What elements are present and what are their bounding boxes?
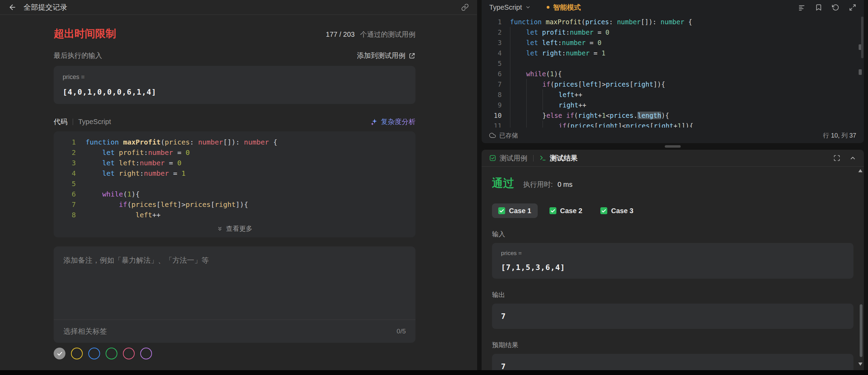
sparkle-icon [370,118,378,126]
tab-testcase[interactable]: 测试用例 [489,154,527,163]
input-param-value: [4,0,1,0,0,0,6,1,4] [63,88,406,96]
tag-select-label: 选择相关标签 [63,326,107,336]
cursor-position: 行 10, 列 37 [823,131,856,140]
terminal-icon [539,155,546,162]
code-line: 11 if(prices[right]<prices[right+1]){ [482,121,858,128]
case-3-tab[interactable]: Case 3 [594,203,640,218]
case-tabs: Case 1 Case 2 Case 3 [492,203,853,218]
code-line: 5 [54,178,415,189]
tag-color-green[interactable] [106,348,117,359]
submission-detail-page: 全部提交记录 超出时间限制 177 / 203 个通过的测试用例 最后执行的输入… [0,0,868,375]
tag-select-row[interactable]: 选择相关标签 0/5 [54,320,415,343]
last-input-row: 最后执行的输入 添加到测试用例 [54,51,415,60]
output-value: 7 [501,312,844,321]
scrollbar-up-arrow[interactable] [858,169,862,172]
editor-status-bar: 已存储 行 10, 列 37 [482,128,864,143]
complexity-analysis-label: 复杂度分析 [381,117,415,127]
result-status-row: 通过 执行用时: 0 ms [492,176,853,191]
note-input[interactable]: 添加备注，例如「暴力解法」、「方法一」等 选择相关标签 0/5 [54,246,415,343]
expected-section-label: 预期结果 [492,341,853,350]
link-icon[interactable] [461,3,469,11]
cloud-saved-icon [489,132,496,139]
status-row: 超出时间限制 177 / 203 个通过的测试用例 [54,27,415,41]
back-icon[interactable] [8,3,17,11]
tag-color-purple[interactable] [140,348,152,359]
code-editor-panel: TypeScript 智能模式 1function maxProfit(pric… [482,0,864,143]
case-2-tab[interactable]: Case 2 [543,203,589,218]
saved-status: 已存储 [499,131,518,140]
bookmark-icon[interactable] [815,4,822,11]
divider [533,155,534,162]
runtime-value: 0 ms [557,181,572,188]
double-chevron-down-icon [217,226,223,232]
results-body: 通过 执行用时: 0 ms Case 1 Case 2 Case 3 [482,167,864,370]
results-actions [833,155,856,162]
code-label: 代码 [54,117,68,127]
smart-mode-indicator[interactable]: 智能模式 [547,3,581,12]
input-section-label: 输入 [492,230,853,239]
case-1-tab[interactable]: Case 1 [492,203,538,218]
testcase-input-box[interactable]: prices = [7,1,5,3,6,4] [492,243,853,279]
view-more-button[interactable]: 查看更多 [54,224,415,233]
view-more-label: 查看更多 [226,224,252,233]
code-line: 3 let left:number = 0 [54,158,415,168]
case-check-icon [600,207,607,214]
code-line: 5 [482,58,858,69]
output-box: 7 [492,304,853,329]
add-to-testcase-button[interactable]: 添加到测试用例 [357,51,415,60]
submission-panel: 全部提交记录 超出时间限制 177 / 203 个通过的测试用例 最后执行的输入… [0,0,477,370]
code-line: 3 let left:number = 0 [482,37,858,48]
tab-test-result[interactable]: 测试结果 [539,154,578,163]
tag-color-pink[interactable] [123,348,135,359]
scrollbar-down-arrow[interactable] [858,363,862,366]
smart-mode-label: 智能模式 [553,3,581,12]
tag-color-yellow[interactable] [71,348,83,359]
passed-count: 177 / 203 [326,30,355,38]
code-line: 1function maxProfit(prices: number[]): n… [54,137,415,147]
overview-ruler-mark [859,69,862,75]
code-line: 7 if(prices[left]>prices[right]){ [54,199,415,210]
runtime-label: 执行用时: [523,181,553,188]
tag-color-none-selected[interactable] [54,348,65,359]
submitted-code: 1function maxProfit(prices: number[]): n… [54,137,415,220]
expected-value: 7 [501,362,844,370]
page-title: 全部提交记录 [24,2,67,12]
code-line: 8 left++ [54,210,415,220]
fullscreen-icon[interactable] [833,155,840,162]
language-label: TypeScript [489,3,522,11]
tag-color-blue[interactable] [88,348,100,359]
submission-header: 全部提交记录 [0,0,477,15]
code-line: 10 }else if(right+1<prices.length){ [482,110,858,121]
code-line: 6 while(1){ [482,69,858,79]
mode-dot-icon [547,6,549,9]
divider [73,119,73,125]
runtime: 执行用时: 0 ms [523,180,572,189]
language-selector[interactable]: TypeScript [489,3,531,11]
testcase-param-value: [7,1,5,3,6,4] [501,263,844,272]
editor-scrollbar[interactable] [861,17,863,58]
expand-editor-icon[interactable] [849,4,856,11]
code-line: 2 let profit:number = 0 [54,147,415,158]
testcase-param-name: prices = [501,250,844,257]
verdict-title: 超出时间限制 [54,27,116,41]
test-results-panel: 测试用例 测试结果 通过 执行用时: 0 ms [482,150,864,370]
case-check-icon [498,207,505,214]
code-language: TypeScript [78,118,111,126]
code-line: 8 left++ [482,89,858,100]
expected-box: 7 [492,354,853,370]
complexity-analysis-button[interactable]: 复杂度分析 [370,117,415,127]
case-check-icon [549,207,556,214]
format-code-icon[interactable] [798,4,805,11]
code-line: 6 while(1){ [54,189,415,199]
collapse-panel-icon[interactable] [849,155,856,162]
results-scrollbar[interactable] [860,304,862,357]
editor-code-area[interactable]: 1function maxProfit(prices: number[]): n… [482,15,858,128]
reset-code-icon[interactable] [832,4,839,11]
submission-body: 超出时间限制 177 / 203 个通过的测试用例 最后执行的输入 添加到测试用… [0,27,477,359]
last-input-label: 最后执行的输入 [54,51,102,60]
input-param-name: prices = [63,73,406,81]
passed-testcases: 177 / 203 个通过的测试用例 [326,30,415,41]
code-line: 4 let right:number = 1 [54,168,415,178]
panel-resize-handle[interactable] [665,145,681,148]
bottom-edge-strip [0,370,868,375]
